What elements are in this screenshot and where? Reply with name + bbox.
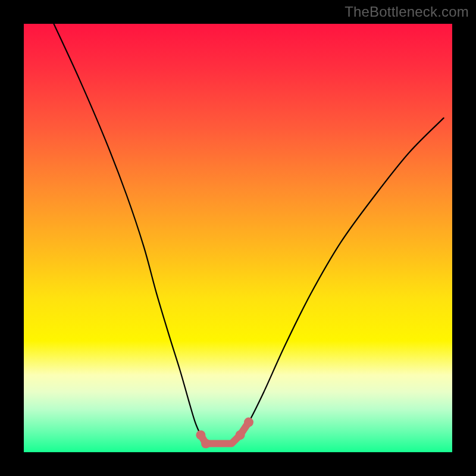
- curve-svg: [24, 24, 452, 452]
- valley-cap: [244, 418, 253, 427]
- valley-cap: [201, 439, 211, 449]
- bottleneck-curve: [54, 24, 443, 444]
- valley-cap: [196, 430, 205, 440]
- valley-cap: [236, 430, 245, 440]
- watermark-text: TheBottleneck.com: [345, 4, 469, 20]
- plot-area: [24, 24, 452, 452]
- chart-frame: TheBottleneck.com: [0, 0, 476, 476]
- valley-marker: [196, 418, 253, 449]
